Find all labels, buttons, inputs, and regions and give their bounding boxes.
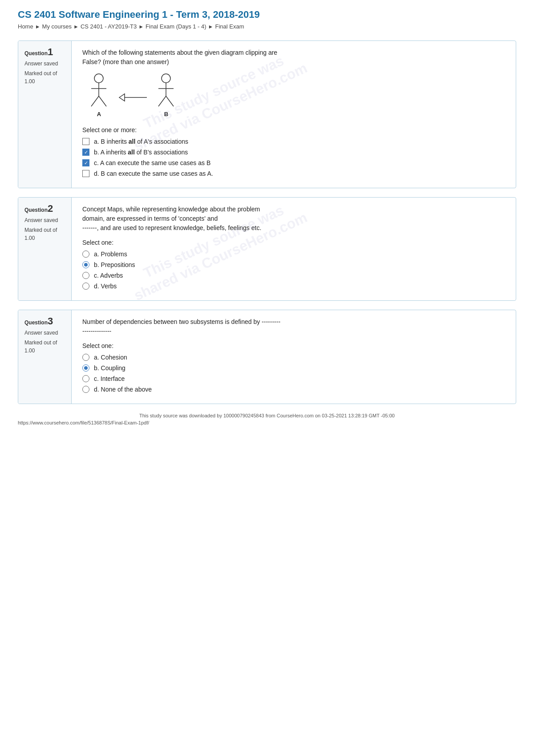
question-2-text: Concept Maps, while representing knowled…	[82, 205, 505, 233]
question-1-marked: Marked out of 1.00	[24, 69, 65, 85]
footer-url[interactable]: https://www.coursehero.com/file/5136878S…	[18, 420, 516, 425]
checkbox-q1b[interactable]	[82, 149, 89, 156]
stick-figure-A-svg	[87, 73, 111, 111]
question-1-status: Answer saved	[24, 60, 65, 68]
question-3-label: Question3	[24, 315, 65, 327]
breadcrumb-arrow-1: ►	[35, 24, 40, 30]
breadcrumb: Home ► My courses ► CS 2401 - AY2019-T3 …	[18, 23, 516, 30]
svg-line-3	[91, 96, 99, 106]
option-q1c-text: c. A can execute the same use cases as B	[94, 159, 210, 166]
question-1-content: Which of the following statements about …	[72, 41, 516, 188]
option-q1a-text: a. B inherits all of A's associations	[94, 138, 188, 145]
question-2-status: Answer saved	[24, 216, 65, 224]
breadcrumb-exam[interactable]: Final Exam	[215, 23, 244, 30]
radio-q2d[interactable]	[82, 283, 89, 290]
question-2-content: Concept Maps, while representing knowled…	[72, 198, 516, 300]
figure-A: A	[87, 73, 111, 117]
question-3-select-prompt: Select one:	[82, 342, 505, 349]
svg-line-10	[158, 96, 166, 106]
question-2-option-a[interactable]: a. Problems	[82, 251, 505, 258]
option-q3a-text: a. Cohesion	[94, 354, 127, 361]
question-2-wrapper: Question2 Answer saved Marked out of 1.0…	[18, 197, 516, 301]
radio-q2a[interactable]	[82, 251, 89, 258]
question-2-option-d[interactable]: d. Verbs	[82, 283, 505, 290]
breadcrumb-arrow-3: ►	[138, 24, 144, 30]
question-3-sidebar: Question3 Answer saved Marked out of 1.0…	[18, 310, 72, 404]
question-3-text: Number of dependencies between two subsy…	[82, 317, 505, 336]
option-q1b-text: b. A inherits all of B's associations	[94, 149, 188, 156]
checkbox-q1c[interactable]	[82, 159, 89, 166]
breadcrumb-arrow-2: ►	[73, 24, 79, 30]
svg-line-11	[166, 96, 174, 106]
question-1-option-a[interactable]: a. B inherits all of A's associations	[82, 138, 505, 145]
question-2-select-prompt: Select one:	[82, 239, 505, 246]
option-q2d-text: d. Verbs	[94, 283, 117, 290]
question-1-label: Question1	[24, 46, 65, 58]
footer-note: This study source was downloaded by 1000…	[18, 413, 516, 418]
question-2-label: Question2	[24, 203, 65, 214]
question-1-option-b[interactable]: b. A inherits all of B's associations	[82, 149, 505, 156]
question-2-block: Question2 Answer saved Marked out of 1.0…	[18, 197, 516, 301]
page-title: CS 2401 Software Engineering 1 - Term 3,…	[18, 9, 516, 20]
question-3-content: Number of dependencies between two subsy…	[72, 310, 516, 404]
radio-q2c[interactable]	[82, 272, 89, 279]
radio-q2b[interactable]	[82, 261, 89, 268]
question-1-text: Which of the following statements about …	[82, 48, 505, 67]
question-1-block: Question1 Answer saved Marked out of 1.0…	[18, 40, 516, 188]
question-2-marked: Marked out of 1.00	[24, 226, 65, 242]
svg-line-4	[99, 96, 106, 106]
question-3-status: Answer saved	[24, 329, 65, 337]
question-3-wrapper: Question3 Answer saved Marked out of 1.0…	[18, 310, 516, 404]
question-2-sidebar: Question2 Answer saved Marked out of 1.0…	[18, 198, 72, 300]
breadcrumb-finalexam[interactable]: Final Exam (Days 1 - 4)	[146, 23, 206, 30]
breadcrumb-course[interactable]: CS 2401 - AY2019-T3	[81, 23, 137, 30]
diagram-area: A	[87, 73, 505, 117]
question-1-select-prompt: Select one or more:	[82, 126, 505, 133]
question-1-wrapper: Question1 Answer saved Marked out of 1.0…	[18, 40, 516, 188]
option-q2a-text: a. Problems	[94, 251, 127, 258]
question-1-option-c[interactable]: c. A can execute the same use cases as B	[82, 159, 505, 166]
radio-q3c[interactable]	[82, 375, 89, 382]
svg-point-7	[162, 74, 170, 83]
figure-A-label: A	[97, 111, 101, 117]
breadcrumb-mycourses[interactable]: My courses	[42, 23, 72, 30]
question-3-option-d[interactable]: d. None of the above	[82, 386, 505, 393]
stick-figure-B-svg	[154, 73, 178, 111]
question-1-sidebar: Question1 Answer saved Marked out of 1.0…	[18, 41, 72, 188]
radio-q3b[interactable]	[82, 364, 89, 372]
option-q3b-text: b. Coupling	[94, 364, 125, 372]
question-3-option-a[interactable]: a. Cohesion	[82, 354, 505, 361]
option-q2c-text: c. Adverbs	[94, 272, 123, 279]
svg-point-0	[94, 74, 103, 83]
arrow-svg	[115, 91, 150, 104]
question-3-option-c[interactable]: c. Interface	[82, 375, 505, 382]
radio-q3d[interactable]	[82, 386, 89, 393]
radio-q3a[interactable]	[82, 354, 89, 361]
breadcrumb-arrow-4: ►	[208, 24, 214, 30]
option-q2b-text: b. Prepositions	[94, 261, 135, 268]
option-q1d-text: d. B can execute the same use cases as A…	[94, 170, 213, 177]
svg-marker-5	[119, 94, 125, 101]
question-2-option-b[interactable]: b. Prepositions	[82, 261, 505, 268]
checkbox-q1d[interactable]	[82, 170, 89, 177]
arrow-area	[115, 91, 150, 104]
figure-B-label: B	[164, 111, 168, 117]
question-3-block: Question3 Answer saved Marked out of 1.0…	[18, 310, 516, 404]
figure-B: B	[154, 73, 178, 117]
question-1-option-d[interactable]: d. B can execute the same use cases as A…	[82, 170, 505, 177]
question-3-option-b[interactable]: b. Coupling	[82, 364, 505, 372]
question-3-marked: Marked out of 1.00	[24, 339, 65, 355]
option-q3c-text: c. Interface	[94, 375, 125, 382]
breadcrumb-home[interactable]: Home	[18, 23, 33, 30]
checkbox-q1a[interactable]	[82, 138, 89, 145]
option-q3d-text: d. None of the above	[94, 386, 152, 393]
question-2-option-c[interactable]: c. Adverbs	[82, 272, 505, 279]
